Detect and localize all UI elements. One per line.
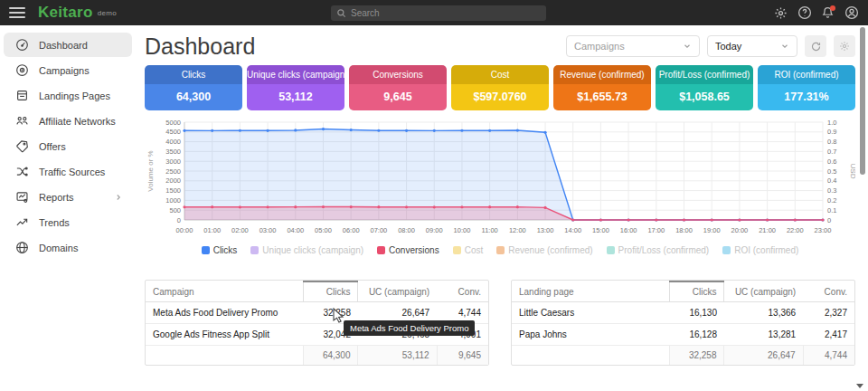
table-cell: 13,366 [724,302,803,324]
search-icon [336,8,346,18]
column-header-uc-campaign[interactable]: UC (campaign) [358,281,437,302]
refresh-button[interactable] [805,35,826,57]
metric-card-conversions[interactable]: Conversions9,645 [349,65,447,110]
chart-legend: ClicksUnique clicks (campaign)Conversion… [145,245,855,255]
page-title: Dashboard [145,33,255,60]
sidebar-item-label: Campaigns [39,65,90,76]
svg-text:21:00: 21:00 [759,226,776,234]
svg-text:10:00: 10:00 [454,226,471,234]
column-header-conv[interactable]: Conv. [803,281,854,302]
report-icon [15,190,29,204]
svg-text:15:00: 15:00 [592,226,609,234]
gear-icon [839,41,850,52]
column-header-clicks[interactable]: Clicks [669,281,724,302]
legend-item-cost[interactable]: Cost [453,245,484,255]
sidebar-item-label: Domains [39,243,78,253]
date-range-select[interactable]: Today [707,35,797,57]
logo-demo-label: demo [98,9,117,17]
widget-settings-button[interactable] [834,35,855,57]
metric-card-unique-clicks-campaign[interactable]: Unique clicks (campaign)53,112 [247,65,344,110]
chevron-right-icon [114,193,123,202]
svg-text:0: 0 [827,216,831,224]
metric-card-clicks[interactable]: Clicks64,300 [145,65,242,110]
svg-text:2500: 2500 [165,167,181,176]
column-header-uc-campaign[interactable]: UC (campaign) [724,281,803,302]
legend-item-unique-clicks-campaign[interactable]: Unique clicks (campaign) [250,245,363,255]
svg-text:0.1: 0.1 [827,206,836,215]
sidebar-item-affiliate-networks[interactable]: Affiliate Networks [4,109,132,133]
svg-text:07:00: 07:00 [370,226,387,234]
vertical-scrollbar[interactable] [860,27,865,175]
sidebar-item-dashboard[interactable]: Dashboard [4,33,132,57]
column-header-clicks[interactable]: Clicks [303,281,358,302]
table-row[interactable]: Little Caesars16,13013,3662,327 [512,302,854,324]
metric-card-revenue-confirmed[interactable]: Revenue (confirmed)$1,655.73 [553,65,651,110]
svg-text:0.4: 0.4 [827,176,836,185]
search-input[interactable] [351,8,541,18]
metric-label: Profit/Loss (confirmed) [656,65,753,84]
table-row[interactable]: Papa Johns16,12813,2812,417 [512,324,854,346]
legend-swatch [722,246,731,254]
svg-text:13:00: 13:00 [537,226,554,234]
totals-cell: 4,744 [803,346,854,366]
app-logo[interactable]: Keitarodemo [38,4,117,22]
legend-label: Clicks [213,245,238,255]
legend-swatch [607,246,615,254]
topbar-icons [773,0,859,25]
svg-text:1.0: 1.0 [827,119,836,127]
svg-text:3000: 3000 [165,157,181,166]
column-header-conv[interactable]: Conv. [437,281,488,302]
legend-item-profit-loss-confirmed[interactable]: Profit/Loss (confirmed) [607,245,710,255]
column-header-landing-page[interactable]: Landing page [512,281,669,302]
scroll-down-arrow-icon[interactable] [856,384,863,388]
svg-text:0.7: 0.7 [827,148,836,156]
legend-item-conversions[interactable]: Conversions [377,245,439,255]
sidebar-item-traffic-sources[interactable]: Traffic Sources [4,159,132,184]
user-icon[interactable] [844,5,859,21]
metric-value: 9,645 [349,84,447,110]
totals-cell: 32,258 [669,346,724,366]
svg-text:4500: 4500 [165,128,181,136]
metric-label: Cost [451,65,549,84]
sidebar-item-offers[interactable]: Offers [4,134,132,158]
svg-text:0.8: 0.8 [827,138,836,146]
svg-text:0.9: 0.9 [827,128,836,136]
menu-icon[interactable] [9,7,25,18]
chevron-down-icon [683,42,692,51]
campaigns-filter-value: Campaigns [574,41,625,52]
sidebar-item-trends[interactable]: Trends [4,210,132,234]
metric-card-profit-loss-confirmed[interactable]: Profit/Loss (confirmed)$1,058.65 [656,65,753,110]
table-cell: 16,130 [669,302,724,324]
gear-icon[interactable] [773,5,788,21]
globe-icon [15,241,29,254]
sidebar-item-landings-pages[interactable]: Landings Pages [4,83,132,108]
svg-text:05:00: 05:00 [315,226,332,234]
top-bar: Keitarodemo [0,0,868,25]
svg-text:Volume or %: Volume or % [146,150,155,191]
svg-text:18:00: 18:00 [675,226,693,234]
totals-cell [146,346,303,366]
legend-swatch [496,246,505,254]
sidebar-item-domains[interactable]: Domains [4,235,132,260]
metric-card-cost[interactable]: Cost$597.0760 [451,65,549,110]
sidebar-item-label: Dashboard [39,40,88,51]
metric-card-roi-confirmed[interactable]: ROI (confirmed)177.31% [758,65,855,110]
sidebar-item-label: Landings Pages [39,91,110,101]
legend-label: Conversions [389,245,439,255]
campaigns-filter-select[interactable]: Campaigns [566,35,700,57]
bell-icon[interactable] [820,5,835,21]
legend-item-clicks[interactable]: Clicks [202,245,238,255]
totals-row: 32,25826,6474,744 [512,346,854,366]
search-box [331,5,546,21]
help-icon[interactable] [797,5,812,21]
metric-label: Clicks [145,65,242,84]
legend-item-revenue-confirmed[interactable]: Revenue (confirmed) [496,245,592,255]
metric-value: $597.0760 [451,84,549,110]
legend-item-roi-confirmed[interactable]: ROI (confirmed) [722,245,798,255]
sidebar-item-campaigns[interactable]: Campaigns [4,58,132,82]
refresh-icon [810,41,822,52]
sidebar-item-reports[interactable]: Reports [4,185,132,209]
metric-value: 53,112 [247,84,344,110]
svg-text:3500: 3500 [165,148,181,156]
column-header-campaign[interactable]: Campaign [146,281,303,302]
